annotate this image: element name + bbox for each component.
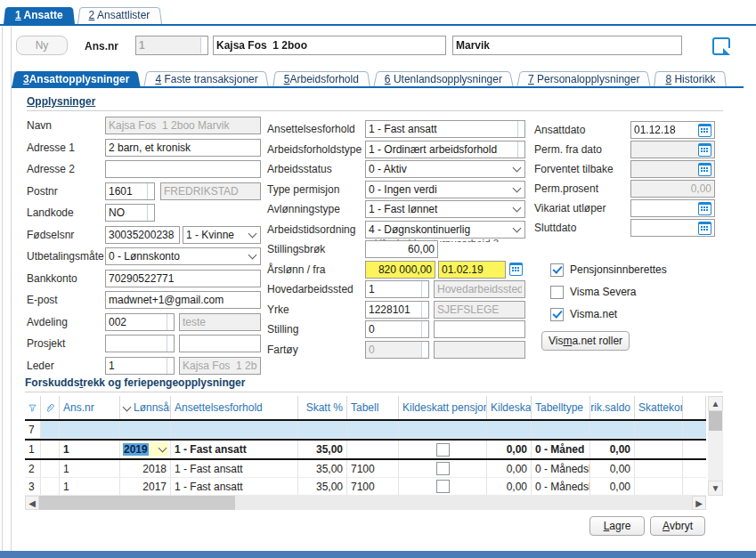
postnr-field[interactable]: 1601 (105, 182, 155, 200)
landkode-field[interactable]: NO (105, 204, 155, 222)
table-vertical-scrollbar[interactable]: ▲ ▼ (708, 396, 723, 496)
tab-ansattlister-label: Ansattlister (94, 9, 150, 21)
vertical-scroll-thumb[interactable] (709, 411, 722, 431)
col-header-lonnsar[interactable]: Lønnsår (120, 396, 171, 419)
type-permisjon-select[interactable]: 0 - Ingen verdi (365, 181, 525, 198)
hovedarbeidssted-field[interactable]: 1 (365, 280, 429, 298)
fartoy-desc-field (434, 341, 525, 359)
visma-severa-row: Visma Severa (550, 284, 721, 300)
employee-name-field[interactable]: Kajsa Fos 1 2boo (213, 36, 446, 55)
ansnr-field[interactable]: 1 (135, 36, 208, 55)
table-row-current[interactable]: 1 1 2019 1 - Fast ansatt 35,00 0,00 0 - … (25, 439, 706, 460)
col-header-skatt[interactable]: Skatt % (298, 396, 347, 419)
avdeling-field[interactable]: 002 (105, 313, 175, 331)
note-icon[interactable] (712, 37, 730, 55)
vikariat-utloper-field[interactable] (630, 199, 715, 217)
table-row-empty-selected[interactable]: 7 (25, 421, 706, 439)
tab-arbeidsforhold[interactable]: 5Arbeidsforhold (272, 70, 370, 88)
col-header-skattekort[interactable]: Skattekort (635, 396, 683, 419)
table-row[interactable]: 3 1 2017 1 - Fast ansatt 35,00 7100 0,00… (25, 478, 706, 496)
ansettelsesforhold-lookup-icon[interactable] (517, 121, 524, 137)
kildeskatt-pensjon-checkbox[interactable] (436, 462, 450, 475)
calendar-icon[interactable] (509, 263, 523, 276)
avbryt-button[interactable]: Avbryt (650, 516, 705, 536)
avlonningstype-select[interactable]: 1 - Fast lønnet (365, 200, 525, 218)
tab-faste-transaksjoner[interactable]: 4 Faste transaksjoner (143, 70, 269, 88)
tab-ansatte[interactable]: 1 Ansatte (4, 6, 75, 24)
col-header-friksaldo[interactable]: Frik.saldo (590, 396, 635, 419)
stillingsbrok-field[interactable]: 60,00 (365, 240, 438, 258)
arbeidsforholdstype-lookup-icon[interactable] (517, 142, 524, 158)
prosjekt-lookup-icon[interactable] (167, 336, 174, 352)
leder-lookup-icon[interactable] (167, 358, 174, 374)
visma-net-roller-button[interactable]: Visma.net roller (541, 331, 630, 351)
col-header-tabell[interactable]: Tabell (347, 396, 399, 419)
ansettelsesforhold-field[interactable]: 1 - Fast ansatt (365, 120, 525, 138)
tab-historikk[interactable]: 8 Historikk (654, 70, 727, 88)
col-header-kildeskatt-pensjon[interactable]: Kildeskatt pensjon (399, 396, 487, 419)
kjonn-select[interactable]: 1 - Kvinne (183, 226, 261, 244)
navn-field[interactable]: Kajsa Fos 1 2boo Marvik (105, 117, 261, 134)
scroll-up-icon[interactable]: ▲ (708, 396, 723, 411)
calendar-icon[interactable] (698, 222, 711, 235)
chevron-down-icon[interactable] (159, 444, 167, 453)
table-row[interactable]: 2 1 2018 1 - Fast ansatt 35,00 7100 0,00… (25, 460, 706, 478)
lagre-button[interactable]: Lagre (589, 516, 645, 536)
fodselsnr-label: Fødselsnr (27, 229, 105, 241)
calendar-icon[interactable] (698, 202, 711, 215)
new-button[interactable]: Ny (16, 36, 68, 55)
calendar-icon[interactable] (698, 124, 711, 137)
arbeidsstatus-select[interactable]: 0 - Aktiv (365, 160, 525, 178)
utbetalingsmate-select[interactable]: 0 - Lønnskonto (105, 247, 261, 265)
sluttdato-field[interactable] (630, 219, 715, 237)
calendar-icon (698, 143, 711, 157)
pensjonsinnberettes-checkbox[interactable] (550, 263, 564, 277)
section-forskuddstrekk: Forskuddstrekk og feriepengeopplysninger (25, 376, 723, 392)
arbeidstidsordning-select[interactable]: 4 - Døgnskontinuerlig skiftarbeid og tur… (365, 221, 525, 239)
ansnr-lookup-icon[interactable] (200, 37, 207, 53)
avdeling-lookup-icon[interactable] (167, 314, 174, 330)
visma-net-checkbox[interactable] (550, 308, 564, 321)
epost-field[interactable]: madwnet+1@gmail.com (105, 291, 261, 309)
prosjekt-field[interactable] (105, 335, 175, 352)
kildeskatt-pensjon-checkbox[interactable] (436, 443, 450, 457)
postnr-lookup-icon[interactable] (147, 183, 154, 199)
visma-severa-checkbox[interactable] (550, 286, 564, 299)
tab-personalopplysninger[interactable]: 7 Personalopplysninger (516, 70, 651, 88)
avlonningstype-label: Avlønningstype (267, 203, 365, 215)
yrke-lookup-icon[interactable] (421, 302, 428, 318)
yrke-field[interactable]: 1228101 (365, 301, 429, 319)
fartoy-lookup-icon[interactable] (421, 342, 428, 358)
scroll-down-icon[interactable]: ▼ (708, 481, 723, 496)
lonnsar-edit-cell[interactable]: 2019 (122, 442, 168, 457)
table-horizontal-scrollbar[interactable]: ◀ ▶ (25, 496, 706, 510)
tab-utenlandsopplysninger[interactable]: 6 Utenlandsopplysninger (373, 70, 514, 88)
arbeidsforholdstype-field[interactable]: 1 - Ordinært arbeidsforhold (365, 141, 525, 158)
scroll-left-icon[interactable]: ◀ (25, 496, 39, 510)
tab-ansattopplysninger[interactable]: 3Ansattopplysninger (12, 70, 141, 88)
chevron-down-icon (248, 251, 257, 260)
leder-field[interactable]: 1 (105, 357, 175, 375)
tabpage-frame-line (11, 27, 12, 551)
arslonn-fra-dato-field[interactable]: 01.02.19 (438, 261, 506, 279)
horizontal-scroll-thumb[interactable] (39, 496, 235, 510)
hovedarbeidssted-lookup-icon[interactable] (421, 281, 428, 297)
ansattdato-field[interactable]: 01.12.18 (630, 121, 715, 139)
bankkonto-field[interactable]: 70290522771 (105, 270, 261, 287)
tab-ansattlister[interactable]: 2 Ansattlister (77, 6, 162, 24)
stilling-lookup-icon[interactable] (421, 321, 428, 337)
arslonn-field[interactable]: 820 000,00 (365, 261, 435, 279)
col-header-kildeskatt[interactable]: Kildeskatt (487, 396, 532, 419)
landkode-lookup-icon[interactable] (147, 205, 154, 221)
col-header-ansettelsesforhold[interactable]: Ansettelsesforhold (171, 396, 298, 419)
adresse1-field[interactable]: 2 barn, et kronisk (105, 139, 261, 157)
col-header-tabelltype[interactable]: Tabelltype (532, 396, 590, 419)
scroll-right-icon[interactable]: ▶ (692, 496, 706, 510)
fodselsnr-field[interactable]: 30035200238 (105, 226, 180, 244)
filter-icon[interactable] (25, 396, 41, 419)
stilling-field[interactable]: 0 (365, 320, 429, 338)
kildeskatt-pensjon-checkbox[interactable] (436, 480, 450, 493)
employee-lastname-field[interactable]: Marvik (452, 36, 682, 55)
adresse2-field[interactable] (105, 160, 261, 178)
col-header-ansnr[interactable]: Ans.nr (60, 396, 120, 419)
